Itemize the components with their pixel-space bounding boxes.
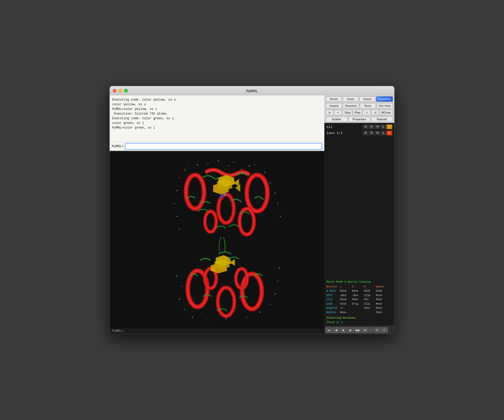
mouse-info-panel: Mouse Mode 3-Button Viewing Buttons L M … [324,278,394,326]
first-frame-button[interactable]: |< [326,110,334,115]
row2-l: +Box [340,293,352,298]
1ake-show-button[interactable]: S [369,131,374,135]
state-label: State 1/ 1 [326,321,343,324]
row2-m: -Box [352,293,364,298]
pb-stop-button[interactable]: ■ [340,327,347,333]
svg-point-1 [197,164,198,165]
pb-dropdown-button[interactable]: ▼ [374,327,381,333]
row6-r [364,311,376,315]
row1-l: Rota [340,289,352,293]
r-header: R [364,285,376,289]
pb-play-button[interactable]: ▶ [347,327,354,333]
unpick-button[interactable]: Unpick [326,103,342,108]
console-line-1: color yellow, ss s [112,102,322,107]
object-list: all A S H L C 1ake 1/1 A S H L C [324,123,394,278]
object-row-all: all A S H L C [325,124,393,130]
svg-point-31 [274,293,276,295]
draw-ray-button[interactable]: Draw/Ray [376,96,393,102]
row4-r: Clip [364,302,376,306]
svg-point-22 [181,286,183,287]
svg-point-19 [233,162,234,163]
svg-point-13 [176,190,178,191]
row5-m [352,306,364,310]
properties-button[interactable]: Properties [348,117,370,122]
command-input[interactable] [125,143,322,150]
svg-point-32 [277,281,278,282]
all-label-button[interactable]: L [381,124,386,129]
reset-button[interactable]: Reset [326,96,342,102]
row2-r: Clip [364,293,376,298]
deselect-button[interactable]: Deselect [343,103,359,108]
mclear-button[interactable]: MClear [380,110,393,115]
svg-point-25 [192,317,193,318]
protein-svg [110,151,324,328]
ctrl-label: Ctrl [326,298,340,302]
1ake-hide-button[interactable]: H [375,131,380,135]
wheel-header: Wheel [376,285,388,289]
play-button[interactable]: Play [353,110,362,115]
title-bar: PyMOL [110,86,394,95]
next-frame-button[interactable]: > [363,110,370,115]
1ake-action-button[interactable]: A [363,131,368,135]
console-line-4: Executing code: color green, ss l [112,116,322,121]
1ake-label-button[interactable]: L [381,131,386,135]
svg-point-20 [249,165,250,167]
maximize-button[interactable] [124,89,128,93]
row6-w: PkAt [376,311,388,315]
1ake-color-button[interactable]: C [387,131,392,135]
minimize-button[interactable] [118,89,122,93]
row4-l: Sele [340,302,352,306]
row5-w: Menu [376,306,388,310]
all-show-button[interactable]: S [369,124,374,129]
dblclk-label: DblClk [326,311,340,315]
zoom-button[interactable]: Zoom [343,96,359,102]
row1-r: MovZ [364,289,376,293]
last-frame-button[interactable]: >| [371,110,379,115]
pb-f-button[interactable]: F [381,327,388,333]
rebuild-button[interactable]: Rebuild [371,117,393,122]
l-header: L [340,285,352,289]
svg-point-51 [219,196,221,198]
pb-next-button[interactable]: ▶▶ [354,327,361,333]
prev-frame-button[interactable]: < [334,110,342,115]
get-view-button[interactable]: Get View [377,103,393,108]
svg-point-12 [179,177,180,178]
stop-button[interactable]: Stop [342,110,352,115]
object-row-1ake: 1ake 1/1 A S H L C [325,130,393,136]
row4-w: MovZ [376,302,388,306]
all-action-button[interactable]: A [363,124,368,129]
left-panel: Executing code: color yellow, ss s color… [110,95,324,334]
pb-prev-button[interactable]: ◀ [333,327,339,333]
console-line-5: color green, ss l [112,121,322,125]
svg-point-29 [259,311,261,313]
row3-w: MvSZ [376,298,388,302]
input-row: PyMOL> [110,142,324,151]
svg-point-28 [246,317,247,318]
input-prompt: PyMOL> [112,144,124,148]
selecting-residues-label: Selecting Residues [326,316,356,319]
molecular-viewport[interactable] [110,151,324,328]
rock-button[interactable]: Rock [360,103,376,108]
row3-r: Pk1 [364,298,376,302]
pb-s-button[interactable]: S [369,327,373,333]
svg-point-4 [228,165,229,167]
row6-l: Menu [340,311,352,315]
pb-last-button[interactable]: ⏭ [362,327,368,333]
row6-m: - [352,311,364,315]
buttons-header: Buttons [326,285,340,289]
svg-point-15 [176,216,178,217]
ctsh-label: CtSh [326,302,340,306]
orient-button[interactable]: Orient [359,96,375,102]
console-line-0: Executing code: color yellow, ss s [112,97,322,102]
all-hide-button[interactable]: H [375,124,380,129]
close-button[interactable] [113,89,116,93]
all-color-button[interactable]: C [387,124,392,129]
status-bar: PyMOL>_ [110,328,324,334]
window-controls [113,89,128,93]
builder-button[interactable]: Builder [326,117,348,122]
pb-first-button[interactable]: ⏮ [325,327,332,333]
console-output: Executing code: color yellow, ss s color… [110,95,324,142]
toolbar-row4: Builder Properties Rebuild [324,116,394,123]
svg-point-26 [207,319,209,320]
row1-m: Move [352,289,364,293]
